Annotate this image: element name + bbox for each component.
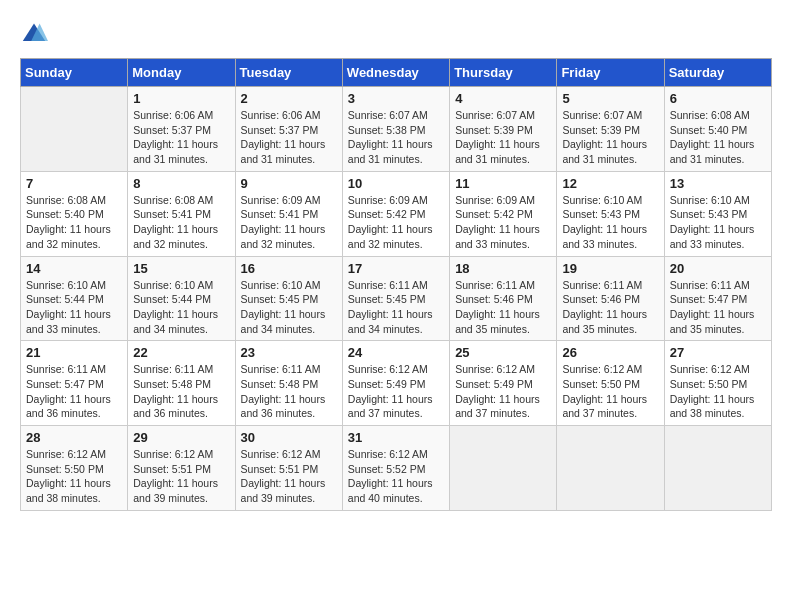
column-header-wednesday: Wednesday <box>342 59 449 87</box>
calendar-cell: 15Sunrise: 6:10 AMSunset: 5:44 PMDayligh… <box>128 256 235 341</box>
day-info: Sunrise: 6:12 AMSunset: 5:50 PMDaylight:… <box>26 447 122 506</box>
calendar-cell: 9Sunrise: 6:09 AMSunset: 5:41 PMDaylight… <box>235 171 342 256</box>
day-number: 12 <box>562 176 658 191</box>
day-info: Sunrise: 6:07 AMSunset: 5:39 PMDaylight:… <box>455 108 551 167</box>
calendar-week-2: 7Sunrise: 6:08 AMSunset: 5:40 PMDaylight… <box>21 171 772 256</box>
calendar-cell: 1Sunrise: 6:06 AMSunset: 5:37 PMDaylight… <box>128 87 235 172</box>
day-number: 25 <box>455 345 551 360</box>
calendar-cell: 5Sunrise: 6:07 AMSunset: 5:39 PMDaylight… <box>557 87 664 172</box>
calendar-cell: 16Sunrise: 6:10 AMSunset: 5:45 PMDayligh… <box>235 256 342 341</box>
calendar-cell: 10Sunrise: 6:09 AMSunset: 5:42 PMDayligh… <box>342 171 449 256</box>
day-number: 16 <box>241 261 337 276</box>
day-number: 30 <box>241 430 337 445</box>
calendar-cell <box>450 426 557 511</box>
column-header-monday: Monday <box>128 59 235 87</box>
calendar-cell <box>664 426 771 511</box>
day-info: Sunrise: 6:11 AMSunset: 5:47 PMDaylight:… <box>26 362 122 421</box>
day-info: Sunrise: 6:10 AMSunset: 5:45 PMDaylight:… <box>241 278 337 337</box>
day-info: Sunrise: 6:06 AMSunset: 5:37 PMDaylight:… <box>241 108 337 167</box>
day-info: Sunrise: 6:09 AMSunset: 5:42 PMDaylight:… <box>455 193 551 252</box>
calendar-cell: 8Sunrise: 6:08 AMSunset: 5:41 PMDaylight… <box>128 171 235 256</box>
day-number: 29 <box>133 430 229 445</box>
day-info: Sunrise: 6:10 AMSunset: 5:44 PMDaylight:… <box>133 278 229 337</box>
day-number: 23 <box>241 345 337 360</box>
calendar-cell: 24Sunrise: 6:12 AMSunset: 5:49 PMDayligh… <box>342 341 449 426</box>
calendar-cell: 4Sunrise: 6:07 AMSunset: 5:39 PMDaylight… <box>450 87 557 172</box>
day-info: Sunrise: 6:11 AMSunset: 5:48 PMDaylight:… <box>241 362 337 421</box>
calendar-cell: 25Sunrise: 6:12 AMSunset: 5:49 PMDayligh… <box>450 341 557 426</box>
day-number: 15 <box>133 261 229 276</box>
calendar-cell <box>21 87 128 172</box>
day-info: Sunrise: 6:08 AMSunset: 5:40 PMDaylight:… <box>26 193 122 252</box>
day-info: Sunrise: 6:08 AMSunset: 5:40 PMDaylight:… <box>670 108 766 167</box>
day-info: Sunrise: 6:10 AMSunset: 5:44 PMDaylight:… <box>26 278 122 337</box>
day-info: Sunrise: 6:11 AMSunset: 5:46 PMDaylight:… <box>562 278 658 337</box>
day-info: Sunrise: 6:10 AMSunset: 5:43 PMDaylight:… <box>562 193 658 252</box>
day-info: Sunrise: 6:11 AMSunset: 5:47 PMDaylight:… <box>670 278 766 337</box>
day-info: Sunrise: 6:10 AMSunset: 5:43 PMDaylight:… <box>670 193 766 252</box>
calendar-week-4: 21Sunrise: 6:11 AMSunset: 5:47 PMDayligh… <box>21 341 772 426</box>
day-number: 17 <box>348 261 444 276</box>
day-number: 1 <box>133 91 229 106</box>
calendar-cell: 19Sunrise: 6:11 AMSunset: 5:46 PMDayligh… <box>557 256 664 341</box>
day-info: Sunrise: 6:11 AMSunset: 5:48 PMDaylight:… <box>133 362 229 421</box>
calendar-cell: 28Sunrise: 6:12 AMSunset: 5:50 PMDayligh… <box>21 426 128 511</box>
calendar-cell: 20Sunrise: 6:11 AMSunset: 5:47 PMDayligh… <box>664 256 771 341</box>
calendar-cell: 6Sunrise: 6:08 AMSunset: 5:40 PMDaylight… <box>664 87 771 172</box>
day-number: 31 <box>348 430 444 445</box>
column-header-friday: Friday <box>557 59 664 87</box>
day-number: 3 <box>348 91 444 106</box>
calendar-cell: 23Sunrise: 6:11 AMSunset: 5:48 PMDayligh… <box>235 341 342 426</box>
day-info: Sunrise: 6:12 AMSunset: 5:50 PMDaylight:… <box>562 362 658 421</box>
calendar-cell: 30Sunrise: 6:12 AMSunset: 5:51 PMDayligh… <box>235 426 342 511</box>
day-number: 11 <box>455 176 551 191</box>
day-info: Sunrise: 6:09 AMSunset: 5:41 PMDaylight:… <box>241 193 337 252</box>
calendar-cell: 14Sunrise: 6:10 AMSunset: 5:44 PMDayligh… <box>21 256 128 341</box>
day-number: 19 <box>562 261 658 276</box>
day-number: 13 <box>670 176 766 191</box>
day-info: Sunrise: 6:12 AMSunset: 5:52 PMDaylight:… <box>348 447 444 506</box>
day-number: 5 <box>562 91 658 106</box>
day-info: Sunrise: 6:11 AMSunset: 5:45 PMDaylight:… <box>348 278 444 337</box>
page-header <box>20 20 772 48</box>
calendar-cell: 3Sunrise: 6:07 AMSunset: 5:38 PMDaylight… <box>342 87 449 172</box>
calendar-cell: 13Sunrise: 6:10 AMSunset: 5:43 PMDayligh… <box>664 171 771 256</box>
day-number: 6 <box>670 91 766 106</box>
day-info: Sunrise: 6:08 AMSunset: 5:41 PMDaylight:… <box>133 193 229 252</box>
column-header-thursday: Thursday <box>450 59 557 87</box>
calendar-cell: 17Sunrise: 6:11 AMSunset: 5:45 PMDayligh… <box>342 256 449 341</box>
logo-icon <box>20 20 48 48</box>
day-number: 26 <box>562 345 658 360</box>
day-info: Sunrise: 6:07 AMSunset: 5:39 PMDaylight:… <box>562 108 658 167</box>
calendar-cell: 21Sunrise: 6:11 AMSunset: 5:47 PMDayligh… <box>21 341 128 426</box>
calendar-cell: 7Sunrise: 6:08 AMSunset: 5:40 PMDaylight… <box>21 171 128 256</box>
calendar-week-1: 1Sunrise: 6:06 AMSunset: 5:37 PMDaylight… <box>21 87 772 172</box>
day-number: 22 <box>133 345 229 360</box>
calendar-cell: 11Sunrise: 6:09 AMSunset: 5:42 PMDayligh… <box>450 171 557 256</box>
calendar-cell <box>557 426 664 511</box>
calendar-body: 1Sunrise: 6:06 AMSunset: 5:37 PMDaylight… <box>21 87 772 511</box>
calendar-week-3: 14Sunrise: 6:10 AMSunset: 5:44 PMDayligh… <box>21 256 772 341</box>
day-info: Sunrise: 6:12 AMSunset: 5:49 PMDaylight:… <box>455 362 551 421</box>
calendar-cell: 26Sunrise: 6:12 AMSunset: 5:50 PMDayligh… <box>557 341 664 426</box>
column-header-saturday: Saturday <box>664 59 771 87</box>
day-number: 4 <box>455 91 551 106</box>
day-number: 24 <box>348 345 444 360</box>
calendar-cell: 22Sunrise: 6:11 AMSunset: 5:48 PMDayligh… <box>128 341 235 426</box>
day-number: 7 <box>26 176 122 191</box>
day-number: 27 <box>670 345 766 360</box>
calendar-cell: 2Sunrise: 6:06 AMSunset: 5:37 PMDaylight… <box>235 87 342 172</box>
calendar-week-5: 28Sunrise: 6:12 AMSunset: 5:50 PMDayligh… <box>21 426 772 511</box>
calendar-cell: 31Sunrise: 6:12 AMSunset: 5:52 PMDayligh… <box>342 426 449 511</box>
calendar-cell: 27Sunrise: 6:12 AMSunset: 5:50 PMDayligh… <box>664 341 771 426</box>
day-number: 21 <box>26 345 122 360</box>
day-number: 8 <box>133 176 229 191</box>
day-info: Sunrise: 6:12 AMSunset: 5:51 PMDaylight:… <box>133 447 229 506</box>
day-info: Sunrise: 6:12 AMSunset: 5:50 PMDaylight:… <box>670 362 766 421</box>
day-info: Sunrise: 6:07 AMSunset: 5:38 PMDaylight:… <box>348 108 444 167</box>
day-info: Sunrise: 6:12 AMSunset: 5:49 PMDaylight:… <box>348 362 444 421</box>
day-number: 2 <box>241 91 337 106</box>
logo <box>20 20 52 48</box>
calendar-header-row: SundayMondayTuesdayWednesdayThursdayFrid… <box>21 59 772 87</box>
day-info: Sunrise: 6:12 AMSunset: 5:51 PMDaylight:… <box>241 447 337 506</box>
